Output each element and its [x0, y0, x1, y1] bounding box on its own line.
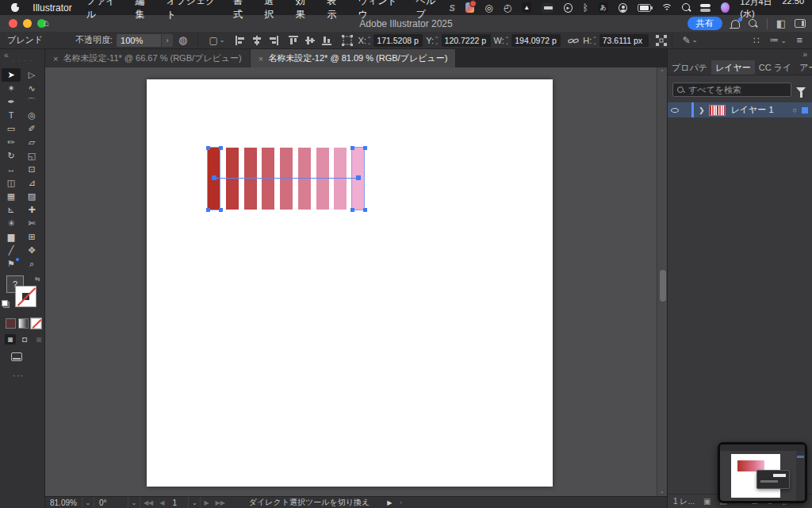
align-center-icon[interactable] [252, 36, 262, 45]
y-input[interactable]: 120.7222 p [442, 34, 491, 47]
hand-tool[interactable]: ✥ [22, 244, 41, 257]
last-artboard-icon[interactable]: ▶▶ [213, 499, 228, 506]
clipping-mask-icon[interactable]: ▣ [703, 497, 710, 506]
menu-item[interactable]: 編集 [128, 0, 159, 21]
spine-handle[interactable] [212, 175, 216, 180]
transform-reference-icon[interactable] [342, 35, 353, 46]
color-button[interactable] [6, 318, 16, 329]
x-input[interactable]: 171.5208 p [373, 34, 423, 47]
user-icon[interactable] [619, 3, 627, 13]
screen-mode-icon[interactable] [11, 352, 22, 361]
pen-tool[interactable]: ✒ [2, 95, 21, 109]
anchor-point[interactable] [363, 208, 367, 212]
menu-item[interactable]: 書式 [226, 0, 257, 21]
spine-handle[interactable] [356, 175, 361, 180]
opacity-dropdown-icon[interactable]: › [161, 34, 173, 47]
filter-funnel-icon[interactable] [796, 87, 806, 93]
stroke-color-indicator[interactable] [15, 286, 36, 307]
align-middle-icon[interactable] [305, 36, 315, 45]
curvature-tool[interactable]: ⌒ [22, 95, 41, 109]
list-options-icon[interactable]: ≔ ⌄ [770, 35, 787, 45]
blend-spine[interactable] [214, 178, 358, 179]
notification-badge-app-icon[interactable] [465, 2, 474, 13]
spotlight-search-icon[interactable] [682, 3, 690, 13]
blend-bar[interactable] [334, 148, 347, 210]
panel-tab[interactable]: アートボ [795, 60, 812, 75]
menu-item[interactable]: 表示 [320, 0, 350, 21]
draw-behind-icon[interactable]: ◘ [19, 334, 30, 344]
clock-icon[interactable]: ◴ [504, 2, 511, 13]
close-tab-icon[interactable]: × [53, 54, 58, 64]
h-input[interactable]: 73.6111 px [599, 34, 649, 47]
siri-icon[interactable] [721, 2, 730, 13]
lasso-tool[interactable]: ∿ [22, 82, 41, 95]
paintbrush-tool[interactable]: ✐ [22, 122, 41, 136]
s-logo-icon[interactable]: S [450, 3, 455, 13]
zoom-dropdown-icon[interactable]: ⌄ [82, 497, 94, 508]
menu-item[interactable]: ファイル [79, 0, 128, 21]
measure-tool[interactable]: ⊾ [2, 203, 21, 217]
align-bottom-icon[interactable] [322, 36, 331, 45]
expand-panels-icon[interactable]: » [802, 50, 807, 59]
flag-tool[interactable]: ⚑ [2, 257, 21, 271]
align-left-icon[interactable] [236, 36, 245, 45]
x-stepper[interactable]: ⌃⌄ [367, 37, 371, 44]
edit-toolbar-icon[interactable]: ··· [0, 371, 44, 380]
constrain-proportions-icon[interactable] [568, 36, 579, 45]
panel-tab[interactable]: レイヤー [711, 60, 755, 75]
close-tab-icon[interactable]: × [259, 54, 263, 64]
wifi-icon[interactable] [661, 4, 671, 12]
panel-tab[interactable]: プロパテ [668, 60, 711, 75]
menu-item[interactable]: ウィンドウ [351, 0, 409, 21]
artboard-tool[interactable]: ⊞ [22, 230, 41, 244]
panel-tab[interactable]: CC ライ [755, 60, 795, 75]
target-circle-icon[interactable]: ○ [793, 106, 797, 114]
notifications-bell-icon[interactable] [731, 20, 740, 28]
anchor-point[interactable] [350, 146, 354, 150]
menu-clock[interactable]: 12月4日(水) 22:50 [740, 0, 804, 20]
panel-layout-icon[interactable] [795, 19, 806, 28]
status-collapse-icon[interactable]: ‹ [400, 498, 402, 506]
shape-builder-tool[interactable]: ◫ [2, 176, 21, 190]
anchor-point[interactable] [219, 208, 223, 212]
prev-artboard-icon[interactable]: ◀ [156, 499, 167, 506]
menu-item[interactable]: オブジェクト [159, 0, 226, 21]
layers-search-input[interactable]: すべてを検索 [672, 83, 791, 97]
control-center-icon[interactable] [700, 4, 710, 12]
swap-fill-stroke-icon[interactable]: ⇆ [35, 275, 40, 283]
blend-bar[interactable] [316, 148, 329, 210]
magic-wand-tool[interactable]: ✶ [2, 82, 21, 95]
status-play-icon[interactable]: ▶ [387, 499, 392, 506]
document-tab[interactable]: × 名称未設定-11* @ 66.67 % (RGB/プレビュー) [45, 49, 251, 67]
dots-grid-icon[interactable]: ∷ [753, 35, 760, 46]
scrollbar-thumb[interactable] [660, 270, 666, 302]
knife-tool[interactable]: ╱ [2, 244, 21, 257]
hamburger-menu-icon[interactable]: ≡ [796, 34, 802, 46]
window-app-icon[interactable] [542, 3, 553, 13]
scroll-up-icon[interactable]: ⌃ [657, 69, 667, 75]
w-input[interactable]: 194.0972 p [511, 34, 561, 47]
draw-normal-icon[interactable]: ◙ [5, 334, 16, 344]
artboard[interactable] [147, 79, 553, 487]
w-stepper[interactable]: ⌃⌄ [505, 37, 509, 44]
canvas[interactable]: ⌃ ⌄ [45, 67, 667, 496]
anchor-point[interactable] [363, 146, 367, 150]
type-tool[interactable]: T [2, 109, 21, 122]
swirl-icon[interactable]: ◎ [485, 2, 492, 13]
anchor-point[interactable] [350, 208, 354, 212]
blend-bar[interactable] [262, 148, 274, 210]
align-top-icon[interactable] [289, 36, 298, 45]
gradient-button[interactable] [18, 318, 29, 329]
none-button[interactable] [31, 318, 41, 329]
apple-menu-icon[interactable] [11, 3, 19, 12]
document-tab[interactable]: × 名称未設定-12* @ 81.09 % (RGB/プレビュー) [251, 49, 457, 67]
recolor-artwork-icon[interactable]: ◍ [178, 34, 187, 46]
bluetooth-icon[interactable]: ᛒ [583, 2, 588, 13]
default-fill-stroke-icon[interactable] [2, 300, 10, 308]
opacity-input[interactable]: 100% [117, 34, 161, 47]
blend-bar[interactable] [244, 148, 257, 210]
artboard-dropdown-icon[interactable]: ⌄ [188, 497, 201, 508]
toolbar-drag-handle[interactable]: · · · · [0, 56, 44, 64]
vertical-scrollbar[interactable]: ⌃ ⌄ [657, 67, 667, 496]
angle-dropdown-icon[interactable]: ⌄ [128, 497, 140, 508]
